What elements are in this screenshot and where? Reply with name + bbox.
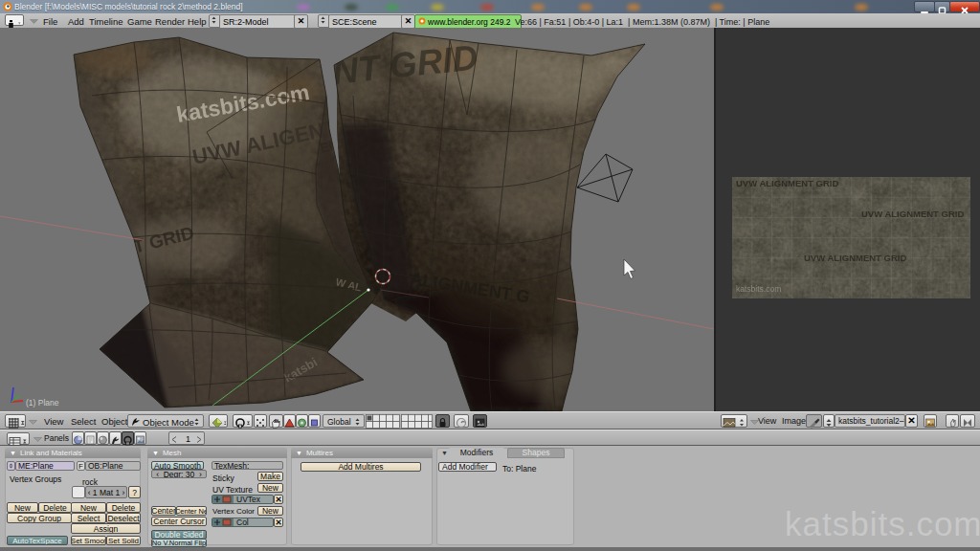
svg-text:UVW ALIGNMENT GRID: UVW ALIGNMENT GRID: [861, 209, 964, 219]
svg-text:Col: Col: [236, 518, 249, 527]
svg-text:UVW ALIGNMENT GRID: UVW ALIGNMENT GRID: [736, 178, 838, 188]
svg-text:UVTex: UVTex: [236, 495, 261, 504]
svg-text:UVW ALIGNMENT GRID: UVW ALIGNMENT GRID: [804, 253, 906, 263]
svg-text:katsbits.com: katsbits.com: [736, 284, 781, 294]
svg-text:(1) Plane: (1) Plane: [26, 398, 59, 408]
